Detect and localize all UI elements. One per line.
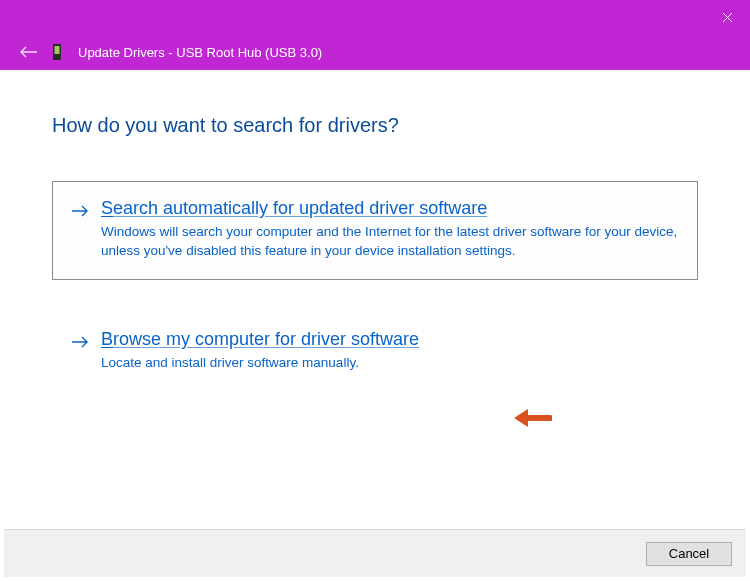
option-search-automatically[interactable]: Search automatically for updated driver …	[52, 181, 698, 280]
subheader: Update Drivers - USB Root Hub (USB 3.0)	[0, 34, 750, 70]
window-title: Update Drivers - USB Root Hub (USB 3.0)	[78, 45, 322, 60]
titlebar	[0, 0, 750, 34]
driver-options: Search automatically for updated driver …	[52, 181, 698, 392]
close-button[interactable]	[704, 0, 750, 34]
option-description: Locate and install driver software manua…	[101, 354, 679, 373]
close-icon	[722, 12, 733, 23]
page-heading: How do you want to search for drivers?	[2, 70, 748, 137]
option-text: Browse my computer for driver software L…	[101, 329, 679, 373]
option-browse-computer[interactable]: Browse my computer for driver software L…	[52, 312, 698, 392]
arrow-right-icon	[71, 198, 89, 261]
cancel-button[interactable]: Cancel	[646, 542, 732, 566]
dialog-footer: Cancel	[4, 529, 746, 577]
content-area: How do you want to search for drivers? S…	[2, 70, 748, 579]
svg-rect-1	[55, 46, 60, 54]
option-title: Browse my computer for driver software	[101, 329, 679, 350]
option-text: Search automatically for updated driver …	[101, 198, 679, 261]
annotation-pointer-arrow	[512, 407, 552, 433]
back-arrow-icon[interactable]	[20, 43, 38, 61]
option-title: Search automatically for updated driver …	[101, 198, 679, 219]
device-icon	[52, 43, 64, 61]
option-description: Windows will search your computer and th…	[101, 223, 679, 261]
arrow-right-icon	[71, 329, 89, 373]
